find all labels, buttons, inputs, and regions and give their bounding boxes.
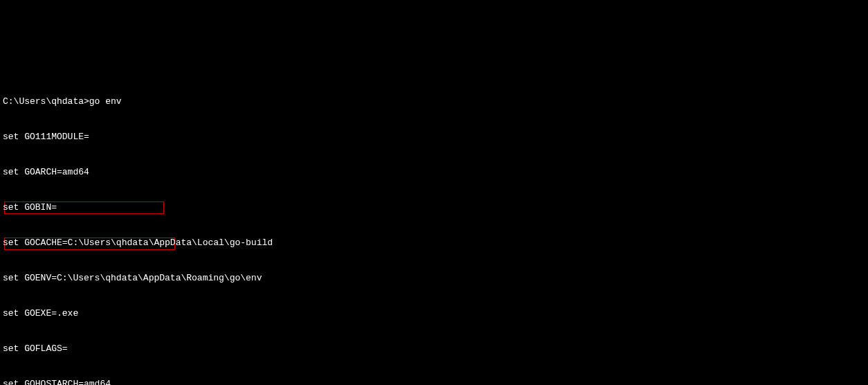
output-line: set GOFLAGS= [3,343,865,355]
output-line: set GOEXE=.exe [3,307,865,319]
output-line: set GOCACHE=C:\Users\qhdata\AppData\Loca… [3,237,865,249]
terminal-window[interactable]: C:\Users\qhdata>go env set GO111MODULE= … [3,48,865,385]
prompt-line: C:\Users\qhdata>go env [3,96,865,107]
output-line: set GOENV=C:\Users\qhdata\AppData\Roamin… [3,272,865,284]
output-line: set GOARCH=amd64 [3,166,865,178]
output-line: set GOBIN= [3,202,865,213]
output-line: set GOHOSTARCH=amd64 [3,378,865,385]
output-line: set GO111MODULE= [3,131,865,143]
